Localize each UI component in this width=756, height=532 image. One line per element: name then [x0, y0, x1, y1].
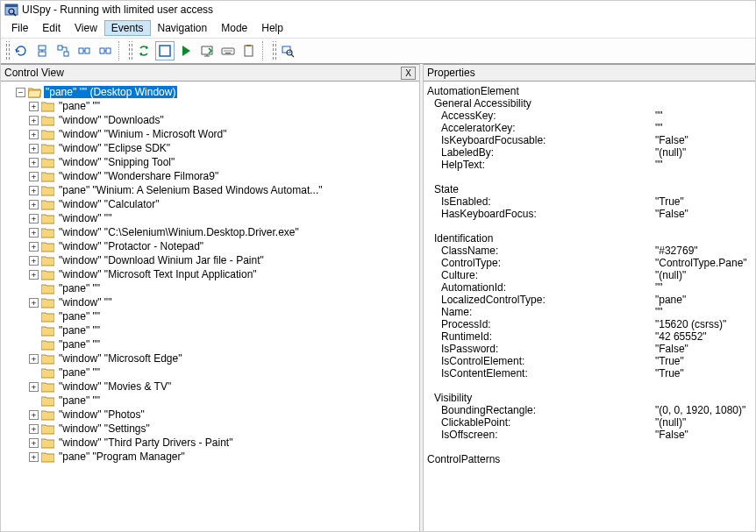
prop-key: Culture: [427, 269, 655, 281]
highlight-button[interactable] [155, 41, 175, 60]
expander-icon[interactable]: + [29, 200, 39, 209]
refresh2-button[interactable] [134, 41, 153, 60]
next-sibling-button[interactable] [96, 41, 115, 60]
keyboard-button[interactable] [218, 41, 238, 60]
toolbar-grip[interactable] [127, 41, 132, 60]
expander-icon[interactable]: + [29, 410, 39, 420]
expander-icon[interactable]: + [29, 130, 39, 139]
properties-body[interactable]: AutomationElement General Accessibility … [424, 82, 755, 532]
tree-item[interactable]: "pane" "" [3, 365, 417, 379]
prop-group: State [427, 183, 753, 195]
folder-icon [41, 353, 54, 365]
tree-item-label: "window" "Calculator" [57, 198, 160, 210]
prev-sibling-button[interactable] [75, 41, 94, 60]
folder-icon [41, 171, 54, 182]
expander-icon[interactable]: + [29, 382, 39, 392]
prop-row: IsOffscreen:"False" [427, 429, 753, 441]
menu-file[interactable]: File [4, 20, 35, 36]
play-button[interactable] [176, 41, 196, 60]
svg-rect-5 [39, 52, 46, 56]
tree-item[interactable]: +"window" "" [3, 211, 417, 225]
expander-icon[interactable]: + [29, 424, 39, 434]
expander-blank [29, 368, 39, 378]
expander-icon[interactable]: + [29, 242, 39, 252]
tree-item[interactable]: +"window" "Snipping Tool" [3, 155, 417, 169]
tree-item-label: "pane" "" [57, 366, 102, 379]
prop-value: "False" [655, 208, 753, 220]
prop-value: "" [655, 306, 753, 318]
expander-icon[interactable]: + [29, 102, 39, 111]
prop-row: HelpText:"" [427, 159, 753, 171]
parent-button[interactable] [32, 41, 52, 60]
folder-icon [41, 325, 54, 337]
tree-item[interactable]: +"window" "Protactor - Notepad" [3, 239, 417, 253]
control-view-body[interactable]: −"pane" "" (Desktop Window)+"pane" ""+"w… [1, 82, 419, 532]
tree-item[interactable]: +"pane" "Winium: A Selenium Based Window… [3, 183, 417, 197]
expander-icon[interactable]: + [29, 298, 39, 308]
expander-icon[interactable]: + [29, 452, 39, 462]
menu-help[interactable]: Help [254, 20, 290, 36]
tree-item[interactable]: +"window" "" [3, 295, 417, 309]
tree-item[interactable]: "pane" "" [3, 394, 417, 408]
expander-icon[interactable]: + [29, 144, 39, 153]
tree-item[interactable]: +"window" "Download Winium Jar file - Pa… [3, 253, 417, 267]
tree-item[interactable]: +"pane" "Program Manager" [3, 450, 417, 464]
tree-item[interactable]: +"window" "Third Party Drivers - Paint" [3, 436, 417, 450]
prop-value: "(null)" [655, 416, 753, 429]
toolbar-grip[interactable] [4, 41, 10, 60]
prop-row: AccessKey:"" [427, 110, 753, 122]
expander-icon[interactable]: + [29, 354, 39, 364]
menu-edit[interactable]: Edit [35, 20, 68, 36]
svg-rect-11 [106, 48, 111, 53]
tree-root[interactable]: −"pane" "" (Desktop Window) [3, 85, 417, 99]
tree-item[interactable]: +"window" "Calculator" [3, 197, 417, 211]
expander-icon[interactable]: + [29, 186, 39, 195]
prop-row: IsControlElement:"True" [427, 355, 753, 367]
tree-item[interactable]: "pane" "" [3, 281, 417, 295]
folder-icon [41, 339, 54, 351]
expander-icon[interactable]: + [29, 438, 39, 448]
expander-icon[interactable]: + [29, 228, 39, 238]
menu-mode[interactable]: Mode [214, 20, 254, 36]
prop-key: BoundingRectangle: [427, 404, 655, 416]
first-child-button[interactable] [53, 41, 73, 60]
tree-item[interactable]: "pane" "" [3, 337, 417, 351]
expander-icon[interactable]: + [29, 116, 39, 125]
expander-icon[interactable]: + [29, 172, 39, 181]
tree-item[interactable]: +"pane" "" [3, 99, 417, 113]
tree-item[interactable]: +"window" "Winium - Microsoft Word" [3, 127, 417, 141]
control-view-title: Control View [4, 67, 64, 79]
expander-icon[interactable]: + [29, 158, 39, 167]
find-button[interactable] [278, 41, 297, 60]
expander-icon[interactable]: + [29, 214, 39, 223]
tree-item[interactable]: "pane" "" [3, 323, 417, 337]
prop-value: "ControlType.Pane" [655, 257, 753, 269]
prop-key: IsEnabled: [427, 195, 655, 208]
tree-item[interactable]: +"window" "Photos" [3, 408, 417, 422]
expander-icon[interactable]: + [29, 270, 39, 280]
tree-item-label: "pane" "" [57, 282, 102, 294]
clipboard-button[interactable] [239, 41, 259, 60]
expander-icon[interactable]: − [16, 88, 25, 97]
menu-events[interactable]: Events [104, 20, 151, 36]
menu-navigation[interactable]: Navigation [151, 20, 215, 36]
tree-item[interactable]: +"window" "Wondershare Filmora9" [3, 169, 417, 183]
menu-view[interactable]: View [68, 20, 104, 36]
prop-key: LocalizedControlType: [427, 294, 655, 306]
tree-item[interactable]: +"window" "Movies & TV" [3, 379, 417, 394]
close-panel-button[interactable]: X [401, 67, 416, 80]
tree-item[interactable]: +"window" "Downloads" [3, 113, 417, 127]
tree-item[interactable]: +"window" "Eclipse SDK" [3, 141, 417, 155]
toolbar-grip[interactable] [271, 41, 276, 60]
control-tree[interactable]: −"pane" "" (Desktop Window)+"pane" ""+"w… [3, 85, 417, 464]
output-button[interactable] [197, 41, 217, 60]
expander-icon[interactable]: + [29, 256, 39, 266]
tree-item[interactable]: +"window" "C:\Selenium\Winium.Desktop.Dr… [3, 225, 417, 239]
tree-item[interactable]: "pane" "" [3, 309, 417, 323]
tree-item-label: "window" "" [57, 212, 113, 224]
tree-item[interactable]: +"window" "Settings" [3, 422, 417, 436]
tree-item[interactable]: +"window" "Microsoft Edge" [3, 351, 417, 365]
folder-icon [41, 451, 54, 463]
tree-item[interactable]: +"window" "Microsoft Text Input Applicat… [3, 267, 417, 281]
refresh-button[interactable] [11, 41, 31, 60]
